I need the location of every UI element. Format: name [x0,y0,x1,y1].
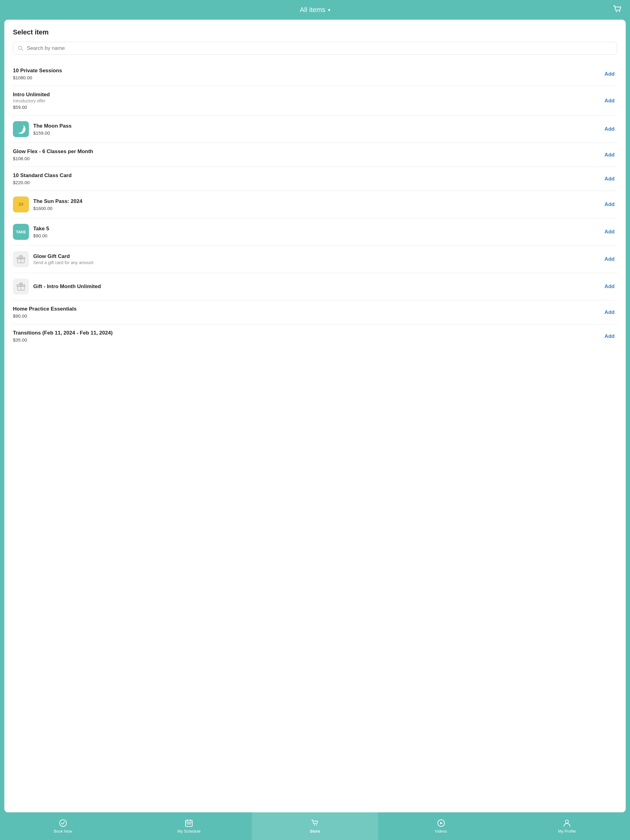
item-left: The Moon Pass $159.00 [13,121,598,137]
item-name: Take 5 [33,226,49,232]
gift-icon [13,279,29,295]
add-button[interactable]: Add [602,227,617,236]
page-title: Select item [13,28,617,36]
gift-icon [13,251,29,267]
list-item: Transitions (Feb 11, 2024 - Feb 11, 2024… [13,324,617,348]
item-subtitle: Introductory offer [13,98,50,103]
item-name: 10 Standard Class Card [13,172,72,178]
svg-rect-9 [187,823,188,824]
item-text: 10 Standard Class Card $220.00 [13,172,72,185]
add-button[interactable]: Add [602,332,617,341]
item-name: Intro Unlimited [13,92,50,98]
item-text: The Sun Pass: 2024 $1600.00 [33,198,82,211]
search-input[interactable] [27,45,613,51]
item-name: The Moon Pass [33,123,72,129]
item-text: Home Practice Essentials $90.00 [13,306,77,319]
item-price: $108.00 [13,156,93,161]
item-text: 10 Private Sessions $1080.00 [13,68,62,80]
list-item: The Moon Pass $159.00 Add [13,115,617,143]
item-price: $1600.00 [33,206,82,211]
item-price: $90.00 [13,313,77,319]
chevron-down-icon: ▾ [328,7,330,13]
nav-item-store[interactable]: Store [252,812,378,840]
add-button[interactable]: Add [602,308,617,317]
item-text: The Moon Pass $159.00 [33,123,72,136]
item-left: 24 The Sun Pass: 2024 $1600.00 [13,196,598,212]
item-left: Home Practice Essentials $90.00 [13,306,598,319]
item-left: Transitions (Feb 11, 2024 - Feb 11, 2024… [13,330,598,343]
item-name: Glow Gift Card [33,253,93,259]
nav-label-videos: Videos [435,829,447,834]
item-left: 10 Private Sessions $1080.00 [13,68,598,80]
take5-icon: TAKE [13,224,29,240]
search-bar [13,42,617,55]
item-text: Transitions (Feb 11, 2024 - Feb 11, 2024… [13,330,112,343]
svg-point-13 [316,825,317,826]
store-cart-icon [311,819,319,827]
add-button[interactable]: Add [602,125,617,133]
cart-icon [612,4,623,14]
svg-point-12 [314,825,315,826]
item-left: Glow Gift Card Send a gift card for any … [13,251,598,267]
header-title[interactable]: All items ▾ [300,6,330,14]
item-name: Glow Flex - 6 Classes per Month [13,148,93,155]
header-title-text: All items [300,6,325,14]
item-name: 10 Private Sessions [13,68,62,74]
item-name: Transitions (Feb 11, 2024 - Feb 11, 2024… [13,330,112,336]
nav-label-my-schedule: My Schedule [177,829,201,834]
add-button[interactable]: Add [602,175,617,183]
item-left: Glow Flex - 6 Classes per Month $108.00 [13,148,598,161]
svg-point-7 [60,820,66,826]
check-circle-icon [59,819,67,827]
item-left: TAKE Take 5 $90.00 [13,224,598,240]
add-button[interactable]: Add [602,282,617,291]
nav-label-store: Store [310,829,320,834]
item-left: 10 Standard Class Card $220.00 [13,172,598,185]
svg-point-1 [619,11,620,12]
item-name: Home Practice Essentials [13,306,77,312]
list-item: Glow Gift Card Send a gift card for any … [13,246,617,273]
add-button[interactable]: Add [602,151,617,159]
item-price: $90.00 [33,233,49,238]
item-text: Gift - Intro Month Unlimited [33,284,101,290]
bottom-nav: Book Now My Schedule Store [0,812,630,840]
item-price: $1080.00 [13,75,62,80]
list-item: 24 The Sun Pass: 2024 $1600.00 Add [13,191,617,218]
list-item: Home Practice Essentials $90.00 Add [13,300,617,324]
add-button[interactable]: Add [602,70,617,78]
item-text: Take 5 $90.00 [33,226,49,238]
list-item: Glow Flex - 6 Classes per Month $108.00 … [13,143,617,167]
nav-item-my-profile[interactable]: My Profile [504,812,630,840]
nav-item-book-now[interactable]: Book Now [0,812,126,840]
item-list: 10 Private Sessions $1080.00 Add Intro U… [13,62,617,348]
sun-pass-icon: 24 [13,196,29,212]
item-subtitle: Send a gift card for any amount [33,260,93,265]
nav-item-videos[interactable]: Videos [378,812,504,840]
svg-rect-10 [188,823,190,824]
item-name: The Sun Pass: 2024 [33,198,82,204]
item-text: Glow Flex - 6 Classes per Month $108.00 [13,148,93,161]
svg-point-0 [616,11,617,12]
list-item: 10 Standard Class Card $220.00 Add [13,167,617,191]
item-left: Gift - Intro Month Unlimited [13,279,598,295]
add-button[interactable]: Add [602,96,617,105]
nav-item-my-schedule[interactable]: My Schedule [126,812,252,840]
list-item: 10 Private Sessions $1080.00 Add [13,62,617,86]
nav-label-book-now: Book Now [54,829,72,834]
play-circle-icon [437,819,445,827]
svg-rect-11 [190,823,191,824]
search-icon [17,45,24,51]
add-button[interactable]: Add [602,255,617,264]
cart-button[interactable] [612,4,623,16]
moon-pass-icon [13,121,29,137]
item-price: $59.00 [13,104,50,110]
svg-point-15 [565,820,568,823]
item-text: Intro Unlimited Introductory offer$59.00 [13,92,50,110]
list-item: TAKE Take 5 $90.00 Add [13,218,617,246]
item-price: $159.00 [33,130,72,136]
list-item: Intro Unlimited Introductory offer$59.00… [13,86,617,115]
item-name: Gift - Intro Month Unlimited [33,284,101,290]
add-button[interactable]: Add [602,200,617,209]
person-icon [563,819,571,827]
item-price: $220.00 [13,180,72,185]
